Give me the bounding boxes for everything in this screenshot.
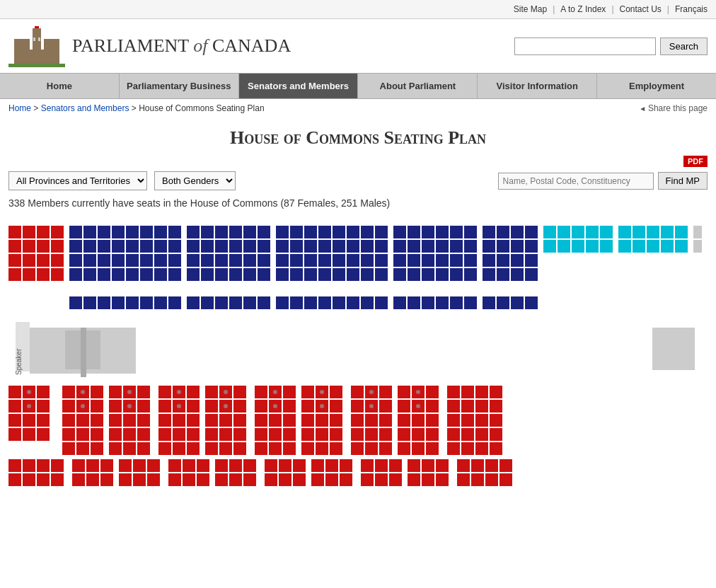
gender-filter[interactable]: Both Genders <box>154 171 236 190</box>
svg-rect-4 <box>44 39 59 64</box>
svg-rect-2 <box>30 50 44 64</box>
nav-parliamentary-business[interactable]: Parliamentary Business <box>120 74 239 98</box>
logo-area: PARLIAMENT of CANADA <box>8 25 291 67</box>
nav-visitor-information[interactable]: Visitor Information <box>478 74 597 98</box>
breadcrumb-current: House of Commons Seating Plan <box>139 103 264 113</box>
svg-rect-3 <box>14 39 30 64</box>
main-content: House of Commons Seating Plan PDF All Pr… <box>0 127 716 588</box>
breadcrumb-bar: Home > Senators and Members > House of C… <box>0 99 716 117</box>
svg-rect-5 <box>33 38 35 41</box>
breadcrumb-senators[interactable]: Senators and Members <box>41 103 129 113</box>
contact-us-link[interactable]: Contact Us <box>620 4 662 14</box>
nav-home[interactable]: Home <box>0 74 120 98</box>
main-navigation: Home Parliamentary Business Senators and… <box>0 73 716 99</box>
pdf-area: PDF <box>8 156 708 167</box>
nav-about-parliament[interactable]: About Parliament <box>358 74 478 98</box>
breadcrumb: Home > Senators and Members > House of C… <box>8 103 265 113</box>
svg-rect-0 <box>35 26 39 28</box>
search-button[interactable]: Search <box>660 38 708 55</box>
pdf-button[interactable]: PDF <box>683 156 708 167</box>
share-page[interactable]: Share this page <box>639 103 708 113</box>
search-area: Search <box>514 38 708 55</box>
nav-employment[interactable]: Employment <box>597 74 716 98</box>
parliament-building-logo <box>8 25 65 67</box>
province-filter[interactable]: All Provinces and Territories <box>8 171 147 190</box>
site-header: PARLIAMENT of CANADA Search <box>0 19 716 73</box>
svg-rect-7 <box>8 64 65 67</box>
find-mp-area: Find MP <box>498 172 708 190</box>
site-map-link[interactable]: Site Map <box>514 4 547 14</box>
member-count: 338 Members currently have seats in the … <box>8 197 708 209</box>
nav-senators-members[interactable]: Senators and Members <box>239 74 359 98</box>
find-mp-input[interactable] <box>498 173 654 190</box>
francais-link[interactable]: Français <box>675 4 708 14</box>
breadcrumb-home[interactable]: Home <box>8 103 31 113</box>
page-title: House of Commons Seating Plan <box>8 127 708 149</box>
top-utility-bar: Site Map | A to Z Index | Contact Us | F… <box>0 0 716 19</box>
site-title: PARLIAMENT of CANADA <box>72 35 291 57</box>
filters-bar: All Provinces and Territories Both Gende… <box>8 171 708 190</box>
svg-rect-6 <box>38 38 40 41</box>
search-input[interactable] <box>514 38 656 55</box>
seating-canvas <box>8 219 702 572</box>
seating-plan <box>8 219 708 575</box>
find-mp-button[interactable]: Find MP <box>658 172 708 190</box>
az-index-link[interactable]: A to Z Index <box>560 4 606 14</box>
